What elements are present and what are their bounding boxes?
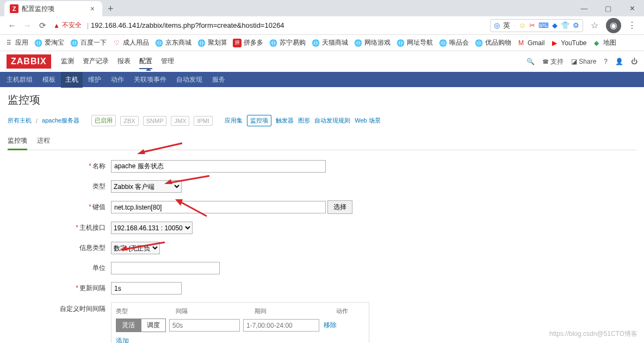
seg-flexible[interactable]: 灵活 — [116, 318, 141, 332]
bookmark-item[interactable]: 🌐京东商城 — [154, 38, 191, 47]
forward-icon[interactable]: → — [20, 21, 35, 30]
menu-admin[interactable]: 管理 — [161, 54, 174, 69]
ext-icon[interactable]: ◆ — [552, 21, 558, 29]
bookmark-item[interactable]: 🌐网络游戏 — [354, 38, 391, 47]
zabbix-header: ZABBIX 监测 资产记录 报表 配置 管理 🔍 ☎ 支持 ◪ Share ?… — [0, 51, 644, 72]
input-key[interactable] — [111, 201, 326, 213]
globe-icon: 🌐 — [269, 39, 277, 47]
submenu-discovery[interactable]: 自动发现 — [176, 75, 202, 84]
minimize-icon[interactable]: — — [572, 0, 596, 16]
apps-button[interactable]: ⠿应用 — [4, 38, 28, 47]
seg-scheduling[interactable]: 调度 — [141, 318, 166, 332]
submenu-correlation[interactable]: 关联项事件 — [134, 75, 166, 84]
insecure-badge[interactable]: ▲ 不安全 — [50, 21, 85, 30]
svg-line-4 — [179, 201, 207, 216]
input-interval[interactable] — [111, 282, 182, 295]
interval-type-toggle[interactable]: 灵活 调度 — [116, 318, 166, 332]
submenu-maintenance[interactable]: 维护 — [88, 75, 101, 84]
submenu-templates[interactable]: 模板 — [42, 75, 55, 84]
close-window-icon[interactable]: ✕ — [620, 0, 644, 16]
extensions-strip[interactable]: ◎ 英 · ☺ ✂ ⌨ ◆ 👕 ⚙ — [490, 19, 583, 32]
menu-inventory[interactable]: 资产记录 — [83, 54, 109, 69]
browser-menu-icon[interactable]: ⋮ — [624, 20, 640, 30]
ext-icon[interactable]: ⌨ — [538, 21, 549, 29]
reload-icon[interactable]: ⟳ — [35, 21, 50, 30]
menu-reports[interactable]: 报表 — [117, 54, 131, 69]
add-interval-link[interactable]: 添加 — [116, 337, 129, 343]
maps-icon: ◆ — [592, 39, 601, 47]
ext-icon[interactable]: 👕 — [561, 21, 569, 29]
chip-snmp: SNMP — [143, 116, 167, 126]
crumb-graphs[interactable]: 图形 — [298, 117, 310, 125]
svg-marker-3 — [164, 179, 172, 184]
ext-icon[interactable]: ✂ — [529, 21, 535, 29]
label-interval: *更新间隔 — [8, 284, 111, 293]
back-icon[interactable]: ← — [4, 21, 20, 30]
submenu-services[interactable]: 服务 — [212, 75, 225, 84]
share-link[interactable]: ◪ Share — [571, 58, 596, 65]
warning-icon: ▲ — [53, 22, 60, 29]
new-tab-button[interactable]: + — [102, 1, 119, 16]
bookmark-item[interactable]: 🌐聚划算 — [197, 38, 227, 47]
bookmark-item[interactable]: MGmail — [517, 39, 544, 47]
label-type: 类型 — [8, 182, 111, 191]
user-icon[interactable]: 👤 — [615, 58, 623, 65]
crumb-web[interactable]: Web 场景 — [355, 117, 380, 125]
menu-monitor[interactable]: 监测 — [61, 54, 74, 69]
bookmark-item[interactable]: ▶YouTube — [550, 39, 586, 47]
remove-interval-link[interactable]: 移除 — [324, 321, 337, 330]
submenu-hostgroups[interactable]: 主机群组 — [7, 75, 33, 84]
bookmark-item[interactable]: 🌐爱淘宝 — [34, 38, 64, 47]
svg-marker-1 — [137, 149, 145, 154]
crumb-all-hosts[interactable]: 所有主机 — [8, 117, 32, 125]
crumb-discovery[interactable]: 自动发现规则 — [314, 117, 350, 125]
support-link[interactable]: ☎ 支持 — [542, 57, 564, 66]
maximize-icon[interactable]: ▢ — [596, 0, 620, 16]
input-sub-interval[interactable] — [169, 319, 240, 332]
search-icon[interactable]: 🔍 — [527, 58, 535, 65]
select-interface[interactable]: 192.168.46.131 : 10050 — [111, 222, 193, 234]
bookmarks-bar: ⠿应用 🌐爱淘宝 🌐百度一下 ♡成人用品 🌐京东商城 🌐聚划算 拼拼多多 🌐苏宁… — [0, 35, 644, 51]
submenu-hosts[interactable]: 主机 — [61, 72, 83, 88]
bookmark-item[interactable]: 🌐天猫商城 — [311, 38, 348, 47]
bookmark-item[interactable]: 🌐唯品会 — [438, 38, 469, 47]
youtube-icon: ▶ — [550, 39, 559, 47]
crumb-items[interactable]: 监控项 — [247, 115, 271, 126]
zabbix-logo[interactable]: ZABBIX — [7, 54, 51, 69]
bookmark-item[interactable]: 🌐网址导航 — [396, 38, 433, 47]
svg-line-6 — [124, 242, 165, 249]
browser-tab[interactable]: Z 配置监控项 × — [4, 1, 102, 16]
submenu-actions[interactable]: 动作 — [111, 75, 124, 84]
crumb-triggers[interactable]: 触发器 — [276, 117, 294, 125]
select-key-button[interactable]: 选择 — [327, 200, 352, 214]
input-units[interactable] — [111, 262, 220, 274]
tab-process[interactable]: 进程 — [37, 133, 50, 150]
profile-avatar-icon[interactable]: ◉ — [606, 18, 621, 33]
ext-icon[interactable]: ☺ — [519, 21, 526, 29]
bookmark-item[interactable]: ◆地图 — [592, 38, 616, 47]
logout-icon[interactable]: ⏻ — [631, 58, 637, 65]
bookmark-item[interactable]: 🌐百度一下 — [70, 38, 107, 47]
crumb-apps[interactable]: 应用集 — [225, 117, 243, 125]
globe-icon: 🌐 — [474, 39, 483, 47]
tab-close-icon[interactable]: × — [88, 4, 97, 13]
chip-jmx: JMX — [171, 116, 189, 126]
bookmark-item[interactable]: 拼拼多多 — [233, 38, 263, 47]
input-name[interactable] — [111, 160, 326, 173]
crumb-host[interactable]: apache服务器 — [42, 117, 79, 125]
ext-icon[interactable]: ◎ — [494, 21, 500, 29]
bookmark-item[interactable]: 🌐苏宁易购 — [269, 38, 306, 47]
globe-icon: 🌐 — [438, 39, 447, 47]
input-sub-period[interactable] — [243, 319, 319, 332]
ext-icon[interactable]: ⚙ — [573, 21, 579, 29]
menu-config[interactable]: 配置 — [139, 54, 152, 69]
bookmark-item[interactable]: ♡成人用品 — [112, 38, 149, 47]
bookmark-item[interactable]: 🌐优品购物 — [474, 38, 511, 47]
tab-item[interactable]: 监控项 — [8, 133, 27, 150]
url-text[interactable]: 192.168.46.141/zabbix/items.php?form=cre… — [91, 21, 284, 29]
help-icon[interactable]: ? — [604, 58, 608, 65]
bookmark-star-icon[interactable]: ☆ — [586, 20, 603, 30]
top-menu: 监测 资产记录 报表 配置 管理 — [61, 54, 174, 69]
label-info-type: 信息类型 — [8, 243, 111, 253]
annotation-arrow — [136, 140, 185, 157]
